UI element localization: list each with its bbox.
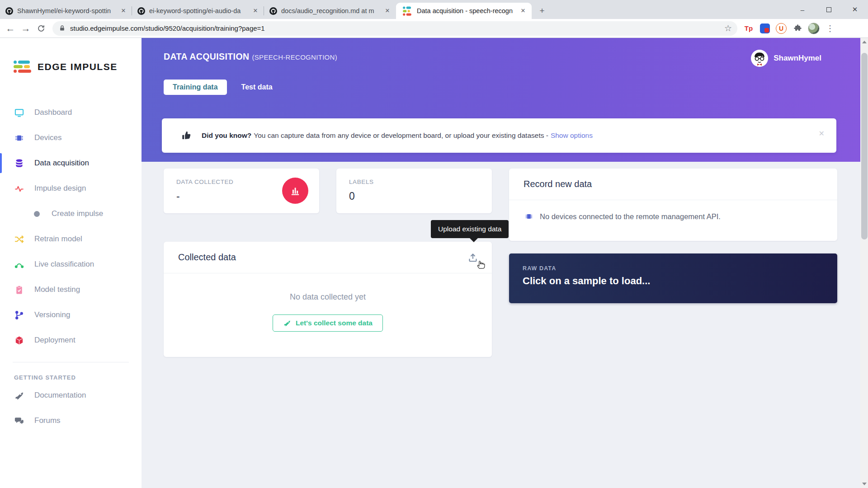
sidebar-item-devices[interactable]: Devices [0, 125, 142, 150]
record-new-data-card: Record new data No devices connected to … [509, 169, 837, 241]
browser-tab-3[interactable]: docs/audio_recognition.md at m ✕ [264, 3, 396, 19]
extension-shield-icon[interactable] [758, 22, 772, 35]
extensions-puzzle-button[interactable] [791, 22, 804, 35]
sidebar-item-data-acquisition[interactable]: Data acquisition [0, 150, 142, 176]
stat-value: - [176, 190, 180, 202]
sidebar-menu: Dashboard Devices Data acquisition Impul… [0, 100, 142, 353]
shield-lock-icon [760, 23, 770, 33]
user-chip[interactable]: ShawnHymel [751, 50, 821, 67]
tab-title: ShawnHymel/ei-keyword-spottin [17, 7, 115, 14]
collect-data-button[interactable]: Let's collect some data [273, 314, 383, 332]
profile-photo [808, 23, 820, 34]
sidebar-item-impulse-design[interactable]: Impulse design [0, 176, 142, 201]
scroll-up-arrow[interactable] [860, 38, 868, 46]
sidebar-item-create-impulse[interactable]: Create impulse [0, 201, 142, 226]
github-icon [269, 7, 277, 15]
stat-label: DATA COLLECTED [176, 178, 233, 185]
banner-text: Did you know?You can capture data from a… [202, 131, 593, 140]
sidebar-item-deployment[interactable]: Deployment [0, 328, 142, 353]
minimize-button[interactable]: – [789, 0, 816, 19]
sidebar-item-live-classification[interactable]: Live classification [0, 252, 142, 277]
sidebar-section-title: GETTING STARTED [0, 362, 142, 383]
data-tabs: Training data Test data [164, 80, 274, 95]
new-tab-button[interactable]: + [535, 4, 549, 18]
extensions-area: Tp U ⋮ [742, 22, 837, 35]
bar-chart-icon [289, 185, 301, 197]
github-icon [5, 7, 13, 15]
browser-tab-1[interactable]: ShawnHymel/ei-keyword-spottin ✕ [0, 3, 132, 19]
close-window-button[interactable]: ✕ [842, 0, 868, 19]
record-card-header: Record new data [509, 169, 837, 200]
tab-close-icon[interactable]: ✕ [251, 7, 259, 15]
edge-impulse-logo-icon [14, 61, 31, 73]
reload-button[interactable] [33, 21, 49, 36]
u-letter-icon: U [776, 23, 787, 34]
raw-data-panel: RAW DATA Click on a sample to load... [509, 253, 837, 303]
reload-icon [37, 24, 45, 33]
sidebar-item-model-testing[interactable]: Model testing [0, 277, 142, 302]
screen: ShawnHymel/ei-keyword-spottin ✕ ei-keywo… [0, 0, 868, 488]
collect-button-label: Let's collect some data [296, 319, 373, 327]
stat-value: 0 [349, 190, 355, 202]
stat-label: LABELS [349, 178, 374, 185]
waveform-icon [14, 183, 24, 194]
sidebar-item-retrain-model[interactable]: Retrain model [0, 226, 142, 252]
show-options-link[interactable]: Show options [551, 131, 593, 139]
sidebar-item-versioning[interactable]: Versioning [0, 302, 142, 328]
tab-test-data[interactable]: Test data [241, 80, 274, 95]
empty-message: No data collected yet [164, 292, 492, 302]
scrollbar-thumb[interactable] [861, 53, 868, 239]
sidebar: EDGE IMPULSE Dashboard Devices Data acqu… [0, 38, 142, 488]
clipboard-check-icon [14, 285, 24, 295]
maximize-button[interactable] [816, 0, 842, 19]
tab-title: Data acquisition - speech-recogn [417, 7, 515, 14]
chip-icon [524, 212, 533, 221]
browser-menu-button[interactable]: ⋮ [823, 22, 837, 35]
chat-bubbles-icon [14, 416, 24, 426]
sidebar-item-forums[interactable]: Forums [0, 408, 142, 433]
lock-icon [59, 25, 66, 32]
no-devices-message: No devices connected to the remote manag… [540, 212, 721, 221]
record-card-body: No devices connected to the remote manag… [509, 200, 837, 221]
tab-close-icon[interactable]: ✕ [383, 7, 392, 15]
raw-data-message: Click on a sample to load... [523, 275, 650, 287]
window-controls: – ✕ [789, 0, 868, 19]
extension-ublock-icon[interactable]: U [774, 22, 788, 35]
tab-close-icon[interactable]: ✕ [519, 7, 527, 15]
mouse-cursor [475, 258, 487, 270]
extension-tp-icon[interactable]: Tp [742, 22, 755, 35]
banner-body: You can capture data from any device or … [254, 131, 548, 139]
bookmark-star-icon[interactable]: ☆ [724, 23, 732, 33]
raw-data-label: RAW DATA [523, 265, 556, 272]
page-title: DATA ACQUISITION [164, 52, 249, 61]
upload-tooltip: Upload existing data [431, 220, 509, 238]
banner-close-icon[interactable]: ✕ [819, 129, 825, 138]
page-title-row: DATA ACQUISITION(SPEECH-RECOGNITION) [164, 52, 337, 62]
scroll-down-arrow[interactable] [862, 483, 867, 488]
browser-tab-2[interactable]: ei-keyword-spotting/ei-audio-da ✕ [132, 3, 264, 19]
tab-close-icon[interactable]: ✕ [119, 7, 127, 15]
forward-button[interactable]: → [18, 21, 33, 36]
username: ShawnHymel [774, 54, 821, 63]
url-text[interactable]: studio.edgeimpulse.com/studio/9520/acqui… [70, 24, 724, 32]
address-bar[interactable]: studio.edgeimpulse.com/studio/9520/acqui… [52, 21, 737, 36]
edge-impulse-logo[interactable]: EDGE IMPULSE [0, 38, 142, 73]
sidebar-item-documentation[interactable]: Documentation [0, 383, 142, 408]
browser-tab-active[interactable]: Data acquisition - speech-recogn ✕ [396, 3, 532, 19]
monitor-icon [14, 108, 24, 118]
nodes-arc-icon [14, 259, 24, 270]
branch-icon [14, 310, 24, 320]
maximize-icon [826, 7, 831, 12]
chart-bubble [282, 178, 308, 204]
tab-training-data[interactable]: Training data [164, 80, 227, 95]
data-collected-card: DATA COLLECTED - [164, 169, 319, 213]
page-scrollbar[interactable] [860, 38, 868, 488]
puzzle-icon [793, 24, 802, 33]
collected-card-body: No data collected yet Let's collect some… [164, 292, 492, 332]
browser-profile-avatar[interactable] [807, 22, 821, 35]
banner-bold: Did you know? [202, 131, 251, 139]
back-button[interactable]: ← [3, 21, 18, 36]
shuffle-icon [14, 234, 24, 244]
sidebar-item-dashboard[interactable]: Dashboard [0, 100, 142, 125]
tab-title: docs/audio_recognition.md at m [281, 7, 379, 14]
